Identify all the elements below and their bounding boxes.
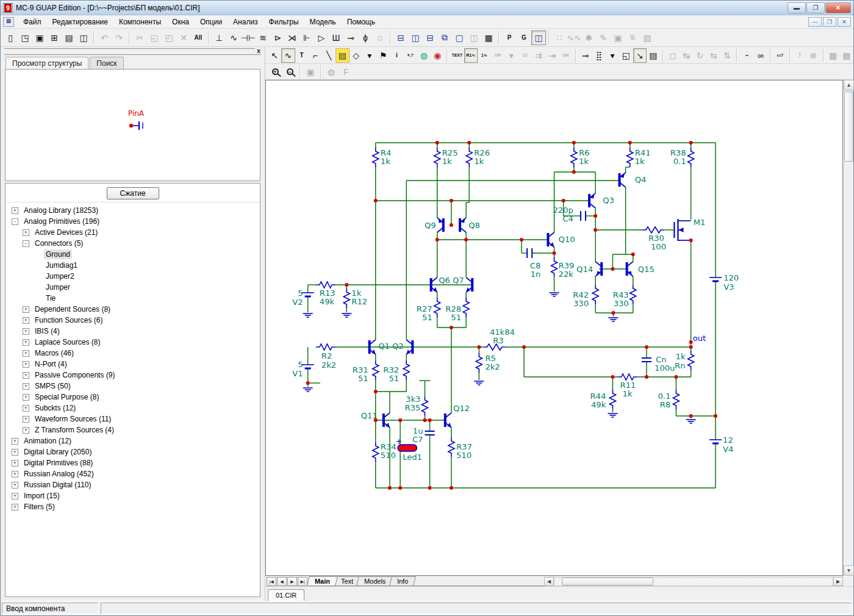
resistor[interactable] [316,344,336,350]
tab-search[interactable]: Поиск [90,57,123,69]
schematic-label[interactable]: V1 [292,369,303,378]
junction-dot[interactable] [306,381,310,385]
schematic-label[interactable]: 510 [381,451,396,460]
schematic-label[interactable]: R39 [559,261,575,270]
tree-item-label[interactable]: Waveform Sources (11) [33,414,113,424]
wire-mode-icon[interactable]: ⌐ [309,48,322,63]
schematic-label[interactable]: V2 [292,298,303,307]
expand-icon[interactable]: + [23,229,29,236]
tree-item-russian-analog-452-[interactable]: +Russian Analog (452) [5,468,260,479]
tree-item-label[interactable]: Analog Primitives (196) [22,217,101,226]
mdi-minimize-button[interactable]: — [808,17,822,27]
tree-item-label[interactable]: IBIS (4) [33,326,62,336]
resistor[interactable] [688,148,694,167]
resistor[interactable] [403,360,409,380]
resistor[interactable] [592,285,598,304]
schematic-label[interactable]: 1k [351,288,361,298]
schematic-label[interactable]: out [693,334,706,343]
schematic-label[interactable]: V4 [723,445,733,454]
scroll-right-icon[interactable]: ▶ [833,577,843,586]
restore-button[interactable]: ❐ [806,2,825,13]
tree-item-z-transform-sources-4-[interactable]: +Z Transform Sources (4) [5,424,260,435]
tree-item-digital-library-2050-[interactable]: +Digital Library (2050) [5,446,260,457]
tree-item-label[interactable]: Subckts (12) [33,403,77,413]
junction-dot[interactable] [645,375,648,379]
schematic-label[interactable]: R42 [573,290,589,299]
tree-item-label[interactable]: Analog Library (18253) [22,206,100,215]
schematic-canvas[interactable]: R41kR251kR261kR61kR411kR380.1Q4Q3220pC4Q… [265,80,843,576]
transistor-Q10[interactable] [548,232,554,247]
cursor-mode-icon[interactable]: ↘ [633,48,647,63]
schematic-label[interactable]: Q4 [635,175,647,184]
transistor-Q3[interactable] [589,193,595,208]
tree-item-active-devices-21-[interactable]: +Active Devices (21) [5,227,260,238]
menu-item-2[interactable]: Компоненты [113,16,167,28]
expand-icon[interactable]: + [23,394,29,401]
schematic-label[interactable]: C4 [562,214,573,223]
junction-dot[interactable] [628,141,632,145]
tree-item-ibis-4-[interactable]: +IBIS (4) [5,326,260,337]
schematic-label[interactable]: R5 [485,354,495,363]
expand-icon[interactable]: + [12,482,18,489]
resistor[interactable] [448,437,454,457]
tree-item-label[interactable]: Jumper2 [44,271,76,281]
expand-icon[interactable]: + [12,438,18,445]
junction-dot[interactable] [522,345,526,349]
tree-item-import-15-[interactable]: +Import (15) [5,490,260,501]
save-all-icon[interactable]: ⊞ [47,30,62,45]
junction-dot[interactable] [611,311,615,315]
minimize-button[interactable]: ▬ [788,2,806,13]
zoom-in-icon[interactable]: + [268,65,282,79]
junction-dot[interactable] [464,238,468,242]
shape-dropdown-icon[interactable]: ▾ [363,48,376,63]
resistor[interactable] [373,360,379,380]
junction-dot[interactable] [572,141,576,145]
schematic-label[interactable]: Rn [675,361,685,370]
expand-icon[interactable]: + [12,504,18,510]
junction-dot[interactable] [467,141,471,145]
schematic-label[interactable]: 1k [474,157,484,166]
open-file-icon[interactable]: ◳ [18,30,32,45]
junction-dot[interactable] [594,214,597,218]
schematic-label[interactable]: R27 [417,304,432,313]
schematic-label[interactable]: + [396,437,403,446]
schematic-label[interactable]: Q10 [559,235,575,244]
vertical-scrollbar[interactable]: ▲ ▼ [843,80,853,576]
help-mode-icon[interactable]: ↖? [404,48,417,63]
schematic-label[interactable]: 41k84 [490,328,515,337]
schematic-label[interactable]: R25 [442,148,458,157]
junction-dot[interactable] [450,326,453,329]
schematic-label[interactable]: 120 [723,273,739,282]
expand-icon[interactable]: + [12,449,18,456]
tree-item-laplace-sources-8-[interactable]: +Laplace Sources (8) [5,337,260,348]
schematic-label[interactable]: 5 [298,360,303,369]
schematic-label[interactable]: 51 [422,313,432,322]
tab-structure-view[interactable]: Просмотр структуры [5,57,88,69]
tree-item-n-port-4-[interactable]: +N-Port (4) [5,359,260,370]
text-display-toggle-icon[interactable]: TEXT [450,48,464,63]
menu-item-5[interactable]: Анализ [228,16,264,28]
grid-toggle-icon[interactable]: ⣿ [592,48,606,63]
tree-item-subckts-12-[interactable]: +Subckts (12) [5,403,260,414]
expand-icon[interactable]: + [12,460,18,467]
expand-icon[interactable]: + [23,317,29,324]
save-file-icon[interactable]: ▣ [32,30,47,45]
pspice-netlist-icon[interactable]: P [502,30,517,45]
find-icon[interactable]: ∞ [754,48,767,63]
schematic-label[interactable]: R35 [405,403,421,412]
schematic-label[interactable]: R43 [613,290,629,299]
shape-mode-icon[interactable]: ◇ [350,48,363,63]
junction-dot[interactable] [552,251,556,255]
tree-item-label[interactable]: Tie [44,293,57,303]
schematic-label[interactable]: 2k2 [485,362,500,371]
schematic-label[interactable]: 330 [614,299,629,308]
ground-component-icon[interactable]: ⊥ [212,30,226,45]
mdi-close-button[interactable]: ✕ [838,17,851,27]
region-disable-icon[interactable]: ◉ [431,48,444,63]
schematic-label[interactable]: 49k [591,400,606,409]
component-mode-icon[interactable]: ∿ [281,48,295,63]
junction-dot[interactable] [436,238,439,242]
tree-item-russian-digital-110-[interactable]: +Russian Digital (110) [5,479,260,490]
sheet-tab-main[interactable]: Main [307,576,338,586]
border-toggle-icon[interactable]: ◱ [619,48,633,63]
